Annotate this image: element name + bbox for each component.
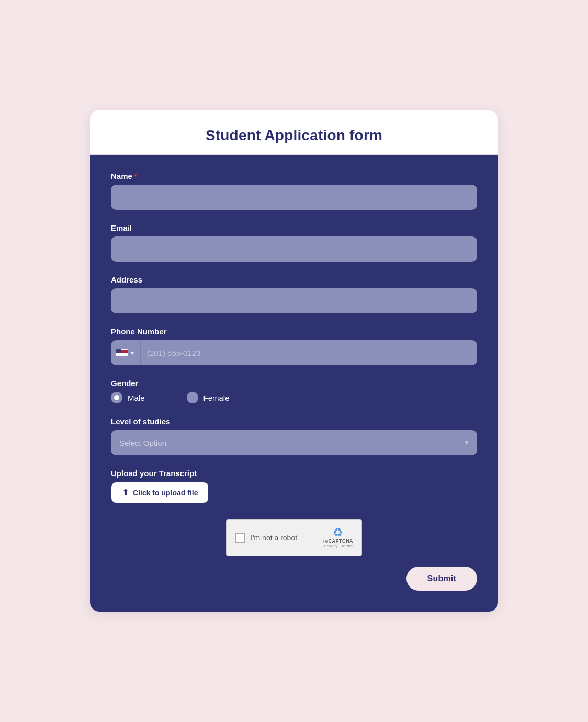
email-group: Email: [111, 223, 477, 262]
phone-wrapper: ▼: [111, 340, 477, 365]
email-input[interactable]: [111, 236, 477, 262]
form-header: Student Application form: [90, 110, 498, 155]
captcha-left: I'm not a robot: [235, 533, 297, 543]
female-label: Female: [203, 393, 230, 402]
upload-icon: ⬆: [122, 488, 129, 498]
upload-button-label: Click to upload file: [133, 489, 198, 497]
form-body: Name* Email Address Phone Number ▼: [90, 155, 498, 612]
level-select[interactable]: Select Option High School Bachelor Maste…: [111, 430, 477, 455]
address-input[interactable]: [111, 288, 477, 313]
female-radio-button[interactable]: [187, 392, 198, 403]
captcha-box[interactable]: I'm not a robot ♻ reCAPTCHA Privacy · Te…: [226, 519, 362, 556]
recaptcha-links: Privacy · Terms: [324, 544, 353, 548]
submit-button[interactable]: Submit: [406, 567, 477, 591]
phone-country-selector[interactable]: ▼: [111, 340, 141, 365]
gender-label: Gender: [111, 379, 477, 388]
name-input[interactable]: [111, 185, 477, 210]
submit-row: Submit: [111, 567, 477, 591]
male-radio-button[interactable]: [111, 392, 122, 403]
form-card: Student Application form Name* Email Add…: [90, 110, 498, 612]
level-group: Level of studies Select Option High Scho…: [111, 417, 477, 455]
level-select-wrapper: Select Option High School Bachelor Maste…: [111, 430, 477, 455]
form-title: Student Application form: [111, 127, 477, 144]
upload-group: Upload your Transcript ⬆ Click to upload…: [111, 469, 477, 503]
email-label: Email: [111, 223, 477, 232]
gender-male-option[interactable]: Male: [111, 392, 145, 403]
captcha-checkbox[interactable]: [235, 533, 245, 543]
captcha-label: I'm not a robot: [251, 534, 297, 542]
gender-group: Gender Male Female: [111, 379, 477, 403]
recaptcha-symbol: ♻: [333, 527, 343, 538]
gender-female-option[interactable]: Female: [187, 392, 230, 403]
us-flag-icon: [116, 349, 128, 356]
upload-button[interactable]: ⬆ Click to upload file: [111, 482, 209, 503]
phone-group: Phone Number ▼: [111, 327, 477, 365]
name-group: Name*: [111, 172, 477, 210]
address-group: Address: [111, 275, 477, 313]
address-label: Address: [111, 275, 477, 284]
male-label: Male: [128, 393, 145, 402]
flag-dropdown-arrow: ▼: [130, 350, 135, 356]
upload-label: Upload your Transcript: [111, 469, 477, 478]
level-label: Level of studies: [111, 417, 477, 426]
name-label: Name*: [111, 172, 477, 180]
gender-radio-group: Male Female: [111, 392, 477, 403]
phone-input[interactable]: [141, 340, 477, 365]
required-indicator: *: [134, 172, 137, 180]
captcha-container: I'm not a robot ♻ reCAPTCHA Privacy · Te…: [111, 519, 477, 556]
recaptcha-logo: ♻ reCAPTCHA Privacy · Terms: [323, 527, 353, 548]
recaptcha-brand: reCAPTCHA: [323, 538, 353, 544]
phone-label: Phone Number: [111, 327, 477, 336]
